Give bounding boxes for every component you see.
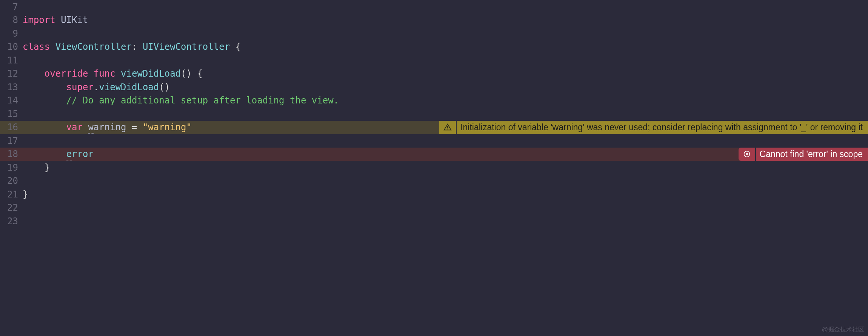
code-line-warning[interactable]: 16 var warning = "warning" Initializatio… [0, 121, 868, 134]
code-content: import UIKit [23, 15, 868, 25]
code-line[interactable]: 19 } [0, 161, 868, 174]
equals: = [126, 122, 143, 133]
code-content: } [23, 189, 868, 200]
super-type: UIViewController [143, 42, 230, 52]
code-line[interactable]: 23 [0, 214, 868, 228]
code-line[interactable]: 21 } [0, 188, 868, 201]
code-line[interactable]: 17 [0, 134, 868, 148]
brace-open: { [235, 42, 241, 52]
parens: () [159, 82, 170, 92]
line-number: 11 [0, 55, 23, 66]
code-line[interactable]: 10 class ViewController: UIViewControlle… [0, 40, 868, 54]
code-line[interactable]: 15 [0, 107, 868, 121]
parens: () [181, 68, 192, 79]
code-line[interactable]: 11 [0, 54, 868, 67]
diagnostic-error[interactable]: Cannot find 'error' in scope [739, 148, 868, 161]
warning-icon [439, 121, 457, 134]
code-line[interactable]: 13 super.viewDidLoad() [0, 80, 868, 94]
line-number: 22 [0, 202, 23, 213]
code-line[interactable]: 22 [0, 201, 868, 215]
method-call: viewDidLoad [99, 82, 159, 92]
brace-close: } [23, 189, 28, 200]
diagnostic-message: Cannot find 'error' in scope [756, 148, 868, 161]
keyword-class: class [23, 42, 50, 52]
code-content: class ViewController: UIViewController { [23, 42, 868, 52]
code-line[interactable]: 14 // Do any additional setup after load… [0, 94, 868, 108]
error-icon [739, 148, 756, 161]
code-line[interactable]: 8 import UIKit [0, 14, 868, 27]
diagnostic-message: Initialization of variable 'warning' was… [457, 121, 868, 134]
code-content: // Do any additional setup after loading… [23, 95, 868, 106]
line-number: 20 [0, 176, 23, 186]
keyword-import: import [23, 15, 55, 25]
line-number: 8 [0, 15, 23, 25]
identifier: error [66, 149, 94, 160]
line-number: 21 [0, 189, 23, 200]
line-number: 9 [0, 28, 23, 39]
string-literal: "warning" [143, 122, 192, 133]
dot: . [94, 82, 99, 92]
keyword-super: super [66, 82, 94, 92]
code-line-error[interactable]: 18 error Cannot find 'error' in scope [0, 148, 868, 161]
colon: : [132, 42, 137, 52]
brace-open: { [197, 68, 202, 79]
code-line[interactable]: 9 [0, 27, 868, 40]
code-content: } [23, 162, 868, 173]
code-editor[interactable]: 7 8 import UIKit 9 10 class ViewControll… [0, 0, 868, 336]
keyword-override: override [45, 68, 88, 79]
watermark: @掘金技术社区 [822, 326, 864, 334]
line-number: 14 [0, 95, 23, 106]
line-number: 17 [0, 136, 23, 146]
svg-point-1 [447, 129, 448, 129]
method-name: viewDidLoad [121, 68, 181, 79]
line-number: 15 [0, 109, 23, 119]
diagnostic-warning[interactable]: Initialization of variable 'warning' was… [439, 121, 868, 134]
keyword-func: func [94, 68, 115, 79]
code-content: override func viewDidLoad() { [23, 68, 868, 79]
code-line[interactable]: 7 [0, 0, 868, 14]
class-name: ViewController [55, 42, 132, 52]
line-number: 7 [0, 2, 23, 12]
line-number: 13 [0, 82, 23, 92]
code-line[interactable]: 12 override func viewDidLoad() { [0, 67, 868, 81]
comment: // Do any additional setup after loading… [66, 95, 339, 106]
variable-name: warning [88, 122, 126, 134]
line-number: 23 [0, 216, 23, 227]
line-number: 16 [0, 122, 23, 133]
line-number: 19 [0, 162, 23, 173]
code-content: super.viewDidLoad() [23, 82, 868, 92]
code-line[interactable]: 20 [0, 174, 868, 188]
line-number: 18 [0, 149, 23, 159]
module-name: UIKit [61, 15, 88, 25]
keyword-var: var [66, 122, 83, 133]
line-number: 12 [0, 68, 23, 79]
brace-close: } [45, 162, 50, 173]
line-number: 10 [0, 42, 23, 52]
